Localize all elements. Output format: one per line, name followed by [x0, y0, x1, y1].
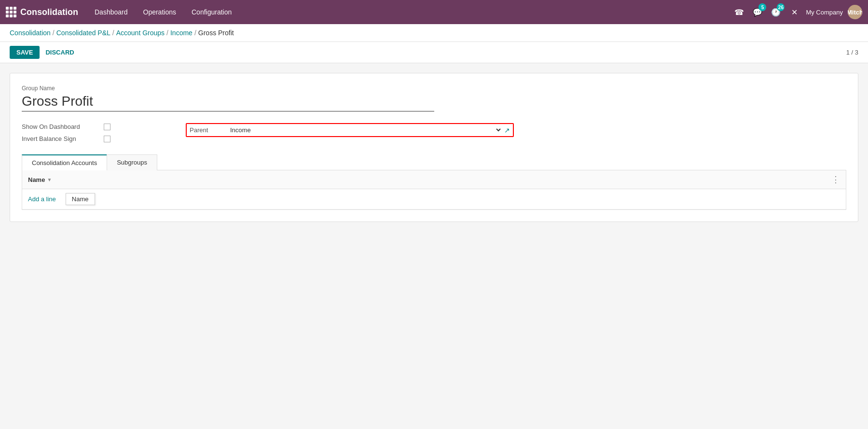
breadcrumb-income[interactable]: Income [170, 29, 193, 37]
invert-balance-checkbox[interactable] [104, 136, 110, 142]
group-name-value[interactable]: Gross Profit [22, 94, 434, 111]
external-link-icon[interactable]: ↗ [504, 126, 510, 134]
discard-button[interactable]: DISCARD [45, 49, 74, 56]
breadcrumb-sep-1: / [53, 29, 55, 37]
table-body-row: Add a line Name [22, 189, 846, 209]
save-button[interactable]: SAVE [10, 46, 40, 59]
close-icon[interactable]: ✕ [787, 5, 801, 19]
breadcrumb-sep-4: / [194, 29, 196, 37]
app-name: Consolidation [20, 7, 78, 17]
breadcrumb-pl[interactable]: Consolidated P&L [56, 29, 110, 37]
fields-left: Show On Dashboard Invert Balance Sign [22, 123, 166, 142]
menu-dashboard[interactable]: Dashboard [88, 5, 135, 19]
col-name-label: Name [28, 176, 45, 183]
breadcrumb-gross-profit: Gross Profit [198, 29, 234, 37]
invert-balance-label: Invert Balance Sign [22, 135, 99, 142]
user-initials: Mitch [848, 9, 862, 16]
clock-icon[interactable]: 🕐 26 [769, 5, 783, 19]
company-name[interactable]: My Company [806, 9, 843, 16]
app-logo[interactable]: Consolidation [6, 7, 78, 17]
main-content: Group Name Gross Profit Show On Dashboar… [0, 63, 868, 232]
name-tooltip: Name [66, 193, 95, 205]
parent-select[interactable]: Income [228, 126, 502, 134]
group-name-label: Group Name [22, 85, 846, 92]
breadcrumb-account-groups[interactable]: Account Groups [116, 29, 165, 37]
action-bar: SAVE DISCARD 1 / 3 [0, 42, 868, 63]
parent-label: Parent [190, 126, 228, 134]
user-avatar[interactable]: Mitch [848, 5, 862, 19]
topnav-right: ☎ 💬 5 🕐 26 ✕ My Company Mitch [732, 5, 862, 19]
tab-subgroups[interactable]: Subgroups [107, 154, 157, 170]
chat-icon[interactable]: 💬 5 [751, 5, 764, 19]
fields-row: Show On Dashboard Invert Balance Sign Pa… [22, 123, 846, 142]
parent-field-wrapper: Parent Income ↗ [186, 123, 514, 137]
top-navigation: Consolidation Dashboard Operations Confi… [0, 0, 868, 24]
menu-configuration[interactable]: Configuration [185, 5, 238, 19]
breadcrumb-consolidation[interactable]: Consolidation [10, 29, 51, 37]
show-on-dashboard-checkbox[interactable] [104, 124, 110, 130]
invert-balance-field: Invert Balance Sign [22, 135, 166, 142]
grid-icon [6, 7, 16, 17]
add-line-button[interactable]: Add a line [28, 195, 56, 203]
form-card: Group Name Gross Profit Show On Dashboar… [10, 73, 858, 222]
table-col-name: Name ▼ [28, 176, 52, 183]
show-on-dashboard-label: Show On Dashboard [22, 123, 99, 130]
sort-icon[interactable]: ▼ [47, 177, 52, 182]
menu-operations[interactable]: Operations [137, 5, 183, 19]
record-counter: 1 / 3 [846, 49, 858, 56]
consolidation-accounts-table: Name ▼ ⋮ Add a line Name [22, 170, 846, 210]
clock-badge: 26 [777, 3, 785, 11]
show-on-dashboard-field: Show On Dashboard [22, 123, 166, 130]
table-options-icon[interactable]: ⋮ [831, 174, 840, 185]
phone-icon[interactable]: ☎ [732, 5, 746, 19]
fields-right: Parent Income ↗ [186, 123, 846, 142]
tab-consolidation-accounts[interactable]: Consolidation Accounts [22, 154, 107, 170]
breadcrumb: Consolidation / Consolidated P&L / Accou… [0, 24, 868, 42]
tabs-bar: Consolidation Accounts Subgroups [22, 154, 846, 170]
table-header-row: Name ▼ ⋮ [22, 170, 846, 189]
breadcrumb-sep-2: / [112, 29, 114, 37]
chat-badge: 5 [758, 3, 766, 11]
top-menu: Dashboard Operations Configuration [88, 5, 728, 19]
breadcrumb-sep-3: / [166, 29, 168, 37]
